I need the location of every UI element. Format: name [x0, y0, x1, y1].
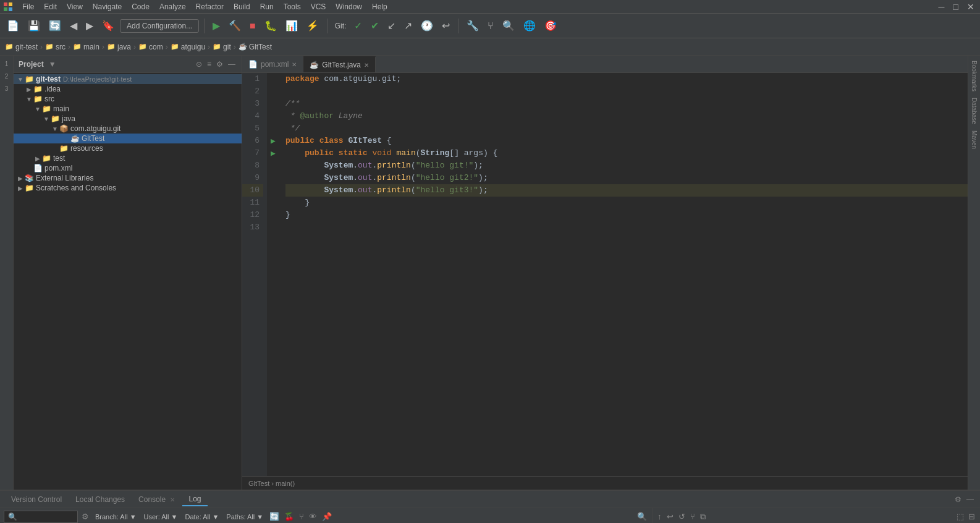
run-gutter-7[interactable]: ▶	[267, 147, 279, 159]
user-filter[interactable]: User: All ▼	[142, 513, 180, 521]
tab-glttest[interactable]: ☕ GltTest.java ✕	[303, 56, 376, 72]
log-search-input[interactable]	[4, 511, 78, 523]
tree-item-glttest[interactable]: ☕ GltTest	[14, 134, 242, 143]
add-configuration-button[interactable]: Add Configuration...	[120, 19, 199, 33]
breadcrumb-glttest[interactable]: ☕ GltTest	[239, 43, 272, 51]
toolbar-sync-icon[interactable]: 🔄	[46, 18, 64, 33]
tab-local-changes[interactable]: Local Changes	[69, 493, 131, 506]
breadcrumb-src[interactable]: 📁 src	[45, 43, 65, 51]
left-strip-favorites-btn[interactable]: 2	[1, 70, 12, 82]
tree-item-idea[interactable]: ▶ 📁 .idea	[14, 84, 242, 94]
toolbar-save-icon[interactable]: 💾	[25, 18, 43, 33]
tree-item-root[interactable]: ▼ 📁 git-test D:\IdeaProjects\git-test	[14, 74, 242, 84]
menu-navigate[interactable]: Navigate	[88, 1, 127, 12]
menu-tools[interactable]: Tools	[279, 1, 306, 12]
paths-filter[interactable]: Paths: All ▼	[224, 513, 266, 521]
git-check-icon[interactable]: ✓	[351, 18, 365, 33]
log-settings-btn[interactable]: ⚙	[80, 511, 90, 522]
tree-item-package[interactable]: ▼ 📦 com.atguigu.git	[14, 124, 242, 134]
bottom-settings-icon[interactable]: ⚙	[953, 494, 963, 505]
menu-edit[interactable]: Edit	[39, 1, 62, 12]
menu-analyze[interactable]: Analyze	[154, 1, 191, 12]
code-editor[interactable]: package com.atguigu.git; /** * @author L…	[279, 73, 968, 476]
tree-item-ext-libs[interactable]: ▶ 📚 External Libraries	[14, 173, 242, 183]
git-history-icon[interactable]: 🕐	[418, 18, 436, 33]
toolbar-bookmark-icon[interactable]: 🔖	[99, 18, 117, 33]
right-strip-bookmarks[interactable]: Bookmarks	[969, 58, 979, 94]
tree-item-scratches[interactable]: ▶ 📁 Scratches and Consoles	[14, 183, 242, 193]
tree-item-main[interactable]: ▼ 📁 main	[14, 104, 242, 114]
menu-vcs[interactable]: VCS	[306, 1, 331, 12]
log-pin-btn[interactable]: 📌	[321, 511, 333, 522]
toolbar-profile-icon[interactable]: ⚡	[303, 18, 322, 33]
right-toolbar-btn4[interactable]: ⑂	[689, 511, 696, 522]
right-toolbar-collapse-btn[interactable]: ⊟	[967, 511, 976, 522]
log-eye-btn[interactable]: 👁	[308, 511, 318, 522]
tree-item-test[interactable]: ▶ 📁 test	[14, 153, 242, 163]
panel-locate-icon[interactable]: ⊙	[195, 59, 203, 70]
branch-filter[interactable]: Branch: All ▼	[93, 513, 139, 521]
right-toolbar-btn1[interactable]: ↑	[656, 511, 663, 522]
menu-refactor[interactable]: Refactor	[191, 1, 229, 12]
tab-console-close[interactable]: ✕	[170, 496, 175, 503]
tab-log[interactable]: Log	[182, 493, 207, 506]
toolbar-translate-icon[interactable]: 🌐	[520, 18, 539, 33]
toolbar-back-icon[interactable]: ◀	[67, 18, 80, 33]
toolbar-branch-icon[interactable]: ⑂	[484, 19, 497, 33]
bottom-minimize-icon[interactable]: —	[965, 494, 975, 505]
minimize-button[interactable]: ─	[936, 0, 948, 14]
tab-pomxml-close[interactable]: ✕	[292, 61, 297, 68]
git-update-icon[interactable]: ↙	[384, 18, 399, 33]
breadcrumb-java[interactable]: 📁 java	[107, 43, 131, 51]
toolbar-forward-icon[interactable]: ▶	[83, 18, 96, 33]
right-toolbar-btn2[interactable]: ↩	[665, 511, 675, 522]
menu-run[interactable]: Run	[255, 1, 279, 12]
left-strip-project-btn[interactable]: 1	[1, 58, 12, 69]
right-toolbar-expand-btn[interactable]: ⬚	[955, 511, 965, 522]
toolbar-run-icon[interactable]: ▶	[209, 18, 223, 33]
project-panel-dropdown[interactable]: ▼	[49, 60, 56, 69]
right-toolbar-btn5[interactable]: ⧉	[699, 511, 707, 523]
tree-item-java[interactable]: ▼ 📁 java	[14, 114, 242, 124]
toolbar-debug-icon[interactable]: 🐛	[261, 18, 280, 33]
left-strip-structure-btn[interactable]: 3	[1, 83, 12, 94]
panel-close-icon[interactable]: —	[227, 59, 237, 70]
breadcrumb-main[interactable]: 📁 main	[73, 43, 99, 51]
git-tick-icon[interactable]: ✔	[368, 18, 382, 33]
toolbar-build-icon[interactable]: 🔨	[226, 18, 244, 33]
maximize-button[interactable]: □	[950, 0, 961, 14]
menu-code[interactable]: Code	[127, 1, 154, 12]
run-gutter-6[interactable]: ▶	[267, 135, 279, 147]
tree-item-src[interactable]: ▼ 📁 src	[14, 94, 242, 104]
tab-console[interactable]: Console ✕	[132, 493, 181, 506]
breadcrumb-com[interactable]: 📁 com	[138, 43, 163, 51]
log-cherry-pick-btn[interactable]: 🍒	[283, 511, 295, 522]
toolbar-wrench-icon[interactable]: 🔧	[463, 18, 482, 33]
breadcrumb-atguigu[interactable]: 📁 atguigu	[171, 43, 205, 51]
tab-glttest-close[interactable]: ✕	[364, 62, 369, 69]
log-refresh-btn[interactable]: 🔄	[268, 511, 281, 522]
close-button[interactable]: ✕	[964, 0, 978, 14]
menu-file[interactable]: File	[17, 1, 39, 12]
log-search-right-btn[interactable]: 🔍	[636, 511, 648, 522]
toolbar-coverage-icon[interactable]: 📊	[282, 18, 301, 33]
menu-build[interactable]: Build	[229, 1, 255, 12]
date-filter[interactable]: Date: All ▼	[182, 513, 221, 521]
tree-item-resources[interactable]: 📁 resources	[14, 143, 242, 153]
toolbar-extra-icon[interactable]: 🎯	[541, 18, 560, 33]
tree-item-pomxml[interactable]: 📄 pom.xml	[14, 163, 242, 173]
log-branch-btn[interactable]: ⑂	[298, 511, 305, 522]
right-toolbar-btn3[interactable]: ↺	[677, 511, 686, 522]
git-revert-icon[interactable]: ↩	[439, 18, 453, 33]
git-push-icon[interactable]: ↗	[401, 18, 415, 33]
menu-view[interactable]: View	[62, 1, 88, 12]
breadcrumb-git-test[interactable]: 📁 git-test	[5, 43, 38, 51]
panel-collapse-icon[interactable]: ≡	[206, 59, 213, 70]
breadcrumb-git[interactable]: 📁 git	[213, 43, 231, 51]
right-strip-maven[interactable]: Maven	[969, 128, 979, 151]
menu-window[interactable]: Window	[331, 1, 367, 12]
tab-pomxml[interactable]: 📄 pom.xml ✕	[242, 56, 303, 72]
toolbar-file-icon[interactable]: 📄	[4, 18, 22, 33]
right-strip-database[interactable]: Database	[969, 95, 979, 127]
toolbar-stop-icon[interactable]: ■	[247, 19, 259, 33]
